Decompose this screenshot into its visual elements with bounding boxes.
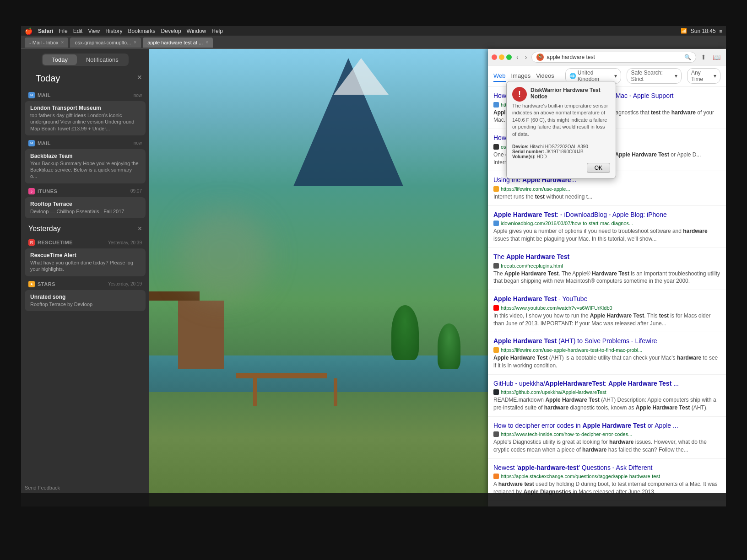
notification-icon[interactable]: ≡ [720,28,722,34]
bookmarks-icon[interactable]: 📖 [711,54,722,61]
lifewire1-url-icon [493,186,499,192]
result-url-using-apple: https://lifewire.com/use-apple... [493,186,720,192]
notif-item-rescuetime[interactable]: RescueTime Alert What have you gotten do… [25,248,146,276]
search-tab-videos[interactable]: Videos [536,70,554,82]
tab-graphical[interactable]: osx-graphical-comupflo... × [70,38,141,48]
tab-close-graphical[interactable]: × [134,40,136,45]
notif-mail-header-2: ✉ MAIL now [21,138,149,148]
menu-help[interactable]: Help [211,28,223,34]
result-lifewire[interactable]: Apple Hardware Test (AHT) to Solve Probl… [488,332,726,374]
result-url-freeab: freeab.com/freeplugins.html [493,263,720,269]
address-bar[interactable]: 🦆 apple hardware test 🔍 [531,52,696,63]
notif-body-rescuetime: What have you gotten done today? Please … [30,259,140,273]
minimize-button[interactable] [499,54,504,60]
notif-stars-header: ★ STARS Yesterday, 20:19 [21,279,149,289]
wallpaper-blur-overlay [178,209,270,301]
result-title-techinside[interactable]: How to decipher error codes in Apple Har… [493,421,720,431]
notif-body-rooftop: Devloop — Chillhop Essentials - Fall 201… [30,208,140,215]
result-title-idownloadblog[interactable]: Apple Hardware Test: - iDownloadBlog - A… [493,210,720,220]
notif-item-london[interactable]: London Transport Museum top father's day… [25,101,146,135]
notif-time-stars: Yesterday, 20:19 [108,281,142,286]
search-tab-web[interactable]: Web [493,70,506,82]
tab-close-mail[interactable]: × [61,40,64,45]
notif-time-mail-1: now [134,93,142,98]
menu-bar: 🍎 Safari File Edit View History Bookmark… [21,26,726,36]
menu-bookmarks[interactable]: Bookmarks [128,28,156,34]
tab-close-hardware[interactable]: × [206,40,208,45]
freeab-url-icon [493,263,499,269]
result-url-askdifferent: https://apple.stackexchange.com/question… [493,474,720,479]
result-title-freeab[interactable]: The Apple Hardware Test [493,253,720,262]
notif-item-backblaze[interactable]: Backblaze Team Your Backup Summary Hope … [25,149,146,183]
notif-mail-header-1: ✉ MAIL now [21,90,149,100]
clock: Sun 18:45 [691,28,716,34]
search-tab-images[interactable]: Images [511,70,531,82]
tab-today[interactable]: Today [43,54,77,65]
notif-title-unrated: Unrated song [30,294,140,300]
result-title-lifewire[interactable]: Apple Hardware Test (AHT) to Solve Probl… [493,337,720,346]
menu-file[interactable]: File [59,28,67,34]
wifi-icon[interactable]: 📶 [681,28,687,34]
github-url-icon [493,389,499,395]
monitor-bezel: 🍎 Safari File Edit View History Bookmark… [0,0,747,560]
result-youtube[interactable]: Apple Hardware Test - YouTube https://ww… [488,290,726,332]
menu-history[interactable]: History [105,28,122,34]
notif-item-rooftop[interactable]: Rooftop Terrace Devloop — Chillhop Essen… [25,197,146,218]
notif-title-rescuetime: RescueTime Alert [30,252,140,258]
result-title-askdifferent[interactable]: Newest 'apple-hardware-test' Questions -… [493,463,720,473]
menu-view[interactable]: View [88,28,100,34]
bridge-post-2 [334,378,337,406]
dw-ok-button[interactable]: OK [587,163,610,173]
tab-notifications[interactable]: Notifications [77,54,128,65]
content-area: Today Notifications Today × ✉ MAIL [21,49,726,506]
search-icon[interactable]: 🔍 [684,54,691,60]
mountain-snow [334,58,389,95]
result-snippet-github: README.markdown Apple Hardware Test (AHT… [493,396,720,412]
result-snippet-techinside: Apple's Diagnostics utility is great at … [493,438,720,454]
menu-bar-right: 📶 Sun 18:45 ≡ [681,28,722,34]
mail-app-icon-1: ✉ [28,92,35,98]
result-snippet-idownloadblog: Apple gives you a number of options if y… [493,227,720,243]
notif-body-backblaze: Your Backup Summary Hope you're enjoying… [30,160,140,180]
browser-tab-bar: - Mail - Inbox × osx-graphical-comupflo.… [21,36,726,49]
forward-button[interactable]: › [523,53,529,62]
result-title-github[interactable]: GitHub - upekkha/AppleHardwareTest: Appl… [493,379,720,388]
tab-hardware[interactable]: apple hardware test at ... × [143,38,213,48]
notif-app-name-rescuetime: RESCUETIME [38,240,73,245]
notif-group-stars: ★ STARS Yesterday, 20:19 Unrated song Ro… [21,279,149,311]
dw-details: Device: Hitachi HDS72202OAL A390 Serial … [512,144,610,159]
filter-safe-search[interactable]: Safe Search: Strict ▾ [627,68,682,84]
apple-menu[interactable]: 🍎 [25,27,32,35]
today-close-btn[interactable]: × [137,73,142,82]
apple-url-icon [493,102,499,108]
result-github[interactable]: GitHub - upekkha/AppleHardwareTest: Appl… [488,375,726,417]
tree-2 [438,323,460,369]
notif-title-london: London Transport Museum [30,105,140,111]
traffic-lights [492,54,512,60]
menu-edit[interactable]: Edit [73,28,83,34]
notif-item-unrated[interactable]: Unrated song Rooftop Terrace by Devloop [25,290,146,311]
stackex-url-icon [493,474,499,479]
result-freeab[interactable]: The Apple Hardware Test freeab.com/freep… [488,248,726,290]
close-button[interactable] [492,54,497,60]
yesterday-close-btn[interactable]: × [138,225,142,233]
menu-develop[interactable]: Develop [161,28,181,34]
notif-app-name-stars: STARS [38,281,55,287]
share-icon[interactable]: ⬆ [699,54,708,61]
send-feedback-link[interactable]: Send Feedback [25,485,60,490]
notif-title-backblaze: Backblaze Team [30,153,140,159]
fullscreen-button[interactable] [506,54,512,60]
result-idownloadblog[interactable]: Apple Hardware Test: - iDownloadBlog - A… [488,206,726,248]
menu-window[interactable]: Window [187,28,206,34]
result-snippet-lifewire: Apple Hardware Test (AHT) is a bootable … [493,354,720,370]
menu-safari[interactable]: Safari [38,28,53,34]
rescuetime-app-icon: R [28,239,35,246]
result-techinside[interactable]: How to decipher error codes in Apple Har… [488,417,726,459]
filter-time[interactable]: Any Time ▾ [687,68,720,84]
notif-body-london: top father's day gift ideas London's ico… [30,112,140,132]
result-title-youtube[interactable]: Apple Hardware Test - YouTube [493,295,720,304]
notif-group-mail-1: ✉ MAIL now London Transport Museum top f… [21,90,149,135]
tab-mail[interactable]: - Mail - Inbox × [25,38,68,48]
screen: 🍎 Safari File Edit View History Bookmark… [21,26,726,506]
back-button[interactable]: ‹ [514,53,520,62]
